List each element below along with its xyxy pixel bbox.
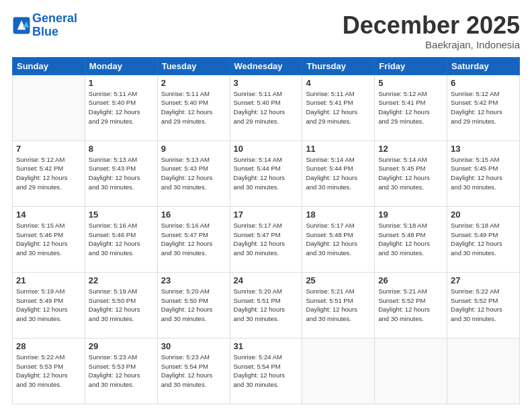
day-number: 12 <box>378 144 443 154</box>
cell-info: Sunrise: 5:15 AM Sunset: 5:45 PM Dayligh… <box>451 155 516 192</box>
calendar-cell: 10Sunrise: 5:14 AM Sunset: 5:44 PM Dayli… <box>230 140 302 206</box>
day-number: 28 <box>16 341 81 351</box>
calendar-table: SundayMondayTuesdayWednesdayThursdayFrid… <box>12 57 520 404</box>
title-block: December 2025 Baekrajan, Indonesia <box>343 12 520 50</box>
cell-info: Sunrise: 5:11 AM Sunset: 5:40 PM Dayligh… <box>161 89 226 126</box>
header: General Blue December 2025 Baekrajan, In… <box>12 12 520 50</box>
day-number: 26 <box>378 275 443 285</box>
calendar-cell <box>375 338 447 404</box>
cell-info: Sunrise: 5:16 AM Sunset: 5:47 PM Dayligh… <box>161 221 226 258</box>
cell-info: Sunrise: 5:23 AM Sunset: 5:54 PM Dayligh… <box>161 353 226 390</box>
cell-info: Sunrise: 5:13 AM Sunset: 5:43 PM Dayligh… <box>161 155 226 192</box>
page: General Blue December 2025 Baekrajan, In… <box>0 0 532 411</box>
calendar-cell: 7Sunrise: 5:12 AM Sunset: 5:42 PM Daylig… <box>13 140 85 206</box>
cell-info: Sunrise: 5:12 AM Sunset: 5:41 PM Dayligh… <box>378 89 443 126</box>
cell-info: Sunrise: 5:20 AM Sunset: 5:51 PM Dayligh… <box>234 287 299 324</box>
logo: General Blue <box>12 12 77 39</box>
month-title: December 2025 <box>343 12 520 39</box>
day-number: 15 <box>89 210 154 220</box>
calendar-cell: 24Sunrise: 5:20 AM Sunset: 5:51 PM Dayli… <box>230 272 302 338</box>
weekday-header: Friday <box>375 57 447 75</box>
day-number: 22 <box>89 275 154 285</box>
calendar-cell: 17Sunrise: 5:17 AM Sunset: 5:47 PM Dayli… <box>230 206 302 272</box>
day-number: 20 <box>451 210 516 220</box>
cell-info: Sunrise: 5:22 AM Sunset: 5:52 PM Dayligh… <box>451 287 516 324</box>
calendar-cell: 31Sunrise: 5:24 AM Sunset: 5:54 PM Dayli… <box>230 338 302 404</box>
day-number: 29 <box>89 341 154 351</box>
cell-info: Sunrise: 5:13 AM Sunset: 5:43 PM Dayligh… <box>89 155 154 192</box>
calendar-cell: 13Sunrise: 5:15 AM Sunset: 5:45 PM Dayli… <box>447 140 520 206</box>
cell-info: Sunrise: 5:14 AM Sunset: 5:44 PM Dayligh… <box>306 155 371 192</box>
logo-text: General Blue <box>32 12 77 39</box>
calendar-cell: 14Sunrise: 5:15 AM Sunset: 5:46 PM Dayli… <box>13 206 85 272</box>
cell-info: Sunrise: 5:24 AM Sunset: 5:54 PM Dayligh… <box>234 353 299 390</box>
location-subtitle: Baekrajan, Indonesia <box>343 39 520 50</box>
weekday-header: Wednesday <box>230 57 302 75</box>
calendar-cell: 26Sunrise: 5:21 AM Sunset: 5:52 PM Dayli… <box>375 272 447 338</box>
cell-info: Sunrise: 5:17 AM Sunset: 5:48 PM Dayligh… <box>306 221 371 258</box>
calendar-cell <box>13 75 85 140</box>
calendar-cell: 8Sunrise: 5:13 AM Sunset: 5:43 PM Daylig… <box>85 140 157 206</box>
day-number: 10 <box>234 144 299 154</box>
cell-info: Sunrise: 5:23 AM Sunset: 5:53 PM Dayligh… <box>89 353 154 390</box>
calendar-cell: 18Sunrise: 5:17 AM Sunset: 5:48 PM Dayli… <box>302 206 375 272</box>
logo-line1: General <box>32 11 77 25</box>
cell-info: Sunrise: 5:18 AM Sunset: 5:48 PM Dayligh… <box>378 221 443 258</box>
calendar-cell: 1Sunrise: 5:11 AM Sunset: 5:40 PM Daylig… <box>85 75 157 140</box>
cell-info: Sunrise: 5:14 AM Sunset: 5:44 PM Dayligh… <box>234 155 299 192</box>
cell-info: Sunrise: 5:12 AM Sunset: 5:42 PM Dayligh… <box>16 155 81 192</box>
cell-info: Sunrise: 5:21 AM Sunset: 5:52 PM Dayligh… <box>378 287 443 324</box>
cell-info: Sunrise: 5:19 AM Sunset: 5:50 PM Dayligh… <box>89 287 154 324</box>
calendar-cell: 20Sunrise: 5:18 AM Sunset: 5:49 PM Dayli… <box>447 206 520 272</box>
calendar-cell: 3Sunrise: 5:11 AM Sunset: 5:40 PM Daylig… <box>230 75 302 140</box>
day-number: 2 <box>161 78 226 88</box>
day-number: 30 <box>161 341 226 351</box>
day-number: 8 <box>89 144 154 154</box>
weekday-header: Thursday <box>302 57 375 75</box>
calendar-cell: 11Sunrise: 5:14 AM Sunset: 5:44 PM Dayli… <box>302 140 375 206</box>
calendar-cell: 19Sunrise: 5:18 AM Sunset: 5:48 PM Dayli… <box>375 206 447 272</box>
weekday-header: Sunday <box>13 57 85 75</box>
day-number: 21 <box>16 275 81 285</box>
cell-info: Sunrise: 5:22 AM Sunset: 5:53 PM Dayligh… <box>16 353 81 390</box>
day-number: 4 <box>306 78 371 88</box>
day-number: 31 <box>234 341 299 351</box>
calendar-cell: 22Sunrise: 5:19 AM Sunset: 5:50 PM Dayli… <box>85 272 157 338</box>
day-number: 14 <box>16 210 81 220</box>
calendar-cell: 28Sunrise: 5:22 AM Sunset: 5:53 PM Dayli… <box>13 338 85 404</box>
cell-info: Sunrise: 5:11 AM Sunset: 5:40 PM Dayligh… <box>89 89 154 126</box>
calendar-cell: 16Sunrise: 5:16 AM Sunset: 5:47 PM Dayli… <box>157 206 230 272</box>
calendar-cell: 4Sunrise: 5:11 AM Sunset: 5:41 PM Daylig… <box>302 75 375 140</box>
day-number: 13 <box>451 144 516 154</box>
cell-info: Sunrise: 5:12 AM Sunset: 5:42 PM Dayligh… <box>451 89 516 126</box>
day-number: 7 <box>16 144 81 154</box>
cell-info: Sunrise: 5:16 AM Sunset: 5:46 PM Dayligh… <box>89 221 154 258</box>
day-number: 19 <box>378 210 443 220</box>
calendar-cell <box>447 338 520 404</box>
calendar-cell: 23Sunrise: 5:20 AM Sunset: 5:50 PM Dayli… <box>157 272 230 338</box>
cell-info: Sunrise: 5:11 AM Sunset: 5:41 PM Dayligh… <box>306 89 371 126</box>
logo-icon <box>12 16 31 35</box>
day-number: 5 <box>378 78 443 88</box>
calendar-cell: 6Sunrise: 5:12 AM Sunset: 5:42 PM Daylig… <box>447 75 520 140</box>
day-number: 9 <box>161 144 226 154</box>
calendar-cell: 27Sunrise: 5:22 AM Sunset: 5:52 PM Dayli… <box>447 272 520 338</box>
calendar-cell: 5Sunrise: 5:12 AM Sunset: 5:41 PM Daylig… <box>375 75 447 140</box>
cell-info: Sunrise: 5:17 AM Sunset: 5:47 PM Dayligh… <box>234 221 299 258</box>
cell-info: Sunrise: 5:15 AM Sunset: 5:46 PM Dayligh… <box>16 221 81 258</box>
day-number: 6 <box>451 78 516 88</box>
day-number: 18 <box>306 210 371 220</box>
calendar-cell: 25Sunrise: 5:21 AM Sunset: 5:51 PM Dayli… <box>302 272 375 338</box>
calendar-cell: 9Sunrise: 5:13 AM Sunset: 5:43 PM Daylig… <box>157 140 230 206</box>
calendar-cell: 21Sunrise: 5:19 AM Sunset: 5:49 PM Dayli… <box>13 272 85 338</box>
calendar-cell: 2Sunrise: 5:11 AM Sunset: 5:40 PM Daylig… <box>157 75 230 140</box>
cell-info: Sunrise: 5:14 AM Sunset: 5:45 PM Dayligh… <box>378 155 443 192</box>
day-number: 11 <box>306 144 371 154</box>
cell-info: Sunrise: 5:21 AM Sunset: 5:51 PM Dayligh… <box>306 287 371 324</box>
weekday-header: Tuesday <box>157 57 230 75</box>
weekday-header: Monday <box>85 57 157 75</box>
cell-info: Sunrise: 5:11 AM Sunset: 5:40 PM Dayligh… <box>234 89 299 126</box>
day-number: 25 <box>306 275 371 285</box>
day-number: 1 <box>89 78 154 88</box>
weekday-header: Saturday <box>447 57 520 75</box>
